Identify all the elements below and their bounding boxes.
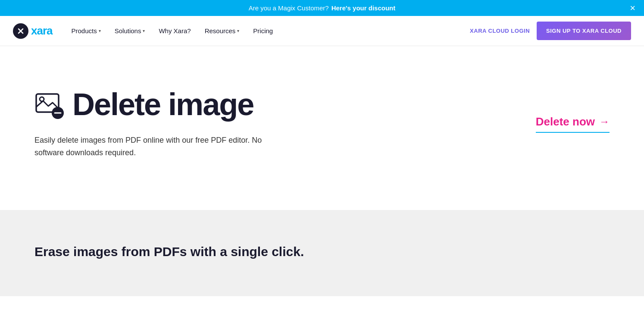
section-heading: Erase images from PDFs with a single cli… [34, 244, 336, 259]
hero-title: Delete image [72, 88, 253, 121]
delete-now-label: Delete now [536, 115, 595, 128]
navbar: xara Products ▾ Solutions ▾ Why Xara? Re… [0, 16, 644, 46]
banner-text-normal: Are you a Magix Customer? [249, 4, 329, 12]
hero-right: Delete now → [536, 115, 610, 133]
nav-label-resources: Resources [205, 27, 236, 34]
announcement-banner: Are you a Magix Customer? Here's your di… [0, 0, 644, 16]
chevron-down-icon: ▾ [99, 28, 101, 33]
delete-now-link[interactable]: Delete now → [536, 115, 610, 133]
chevron-down-icon: ▾ [143, 28, 145, 33]
gray-section: Erase images from PDFs with a single cli… [0, 210, 644, 296]
hero-title-row: Delete image [34, 88, 276, 121]
banner-close-button[interactable]: × [630, 3, 635, 13]
nav-label-products: Products [72, 27, 97, 34]
logo-link[interactable]: xara [13, 23, 53, 39]
nav-item-resources[interactable]: Resources ▾ [199, 24, 246, 38]
login-link[interactable]: XARA CLOUD LOGIN [470, 28, 530, 34]
hero-description: Easily delete images from PDF online wit… [34, 134, 276, 159]
nav-label-pricing: Pricing [253, 27, 273, 34]
nav-label-why-xara: Why Xara? [159, 27, 191, 34]
nav-item-products[interactable]: Products ▾ [66, 24, 107, 38]
nav-item-why-xara[interactable]: Why Xara? [153, 24, 197, 38]
delete-image-icon [34, 90, 65, 120]
nav-item-solutions[interactable]: Solutions ▾ [109, 24, 151, 38]
arrow-right-icon: → [599, 116, 610, 128]
banner-text-bold: Here's your discount [331, 4, 396, 12]
nav-item-pricing[interactable]: Pricing [247, 24, 279, 38]
nav-label-solutions: Solutions [115, 27, 141, 34]
nav-links: Products ▾ Solutions ▾ Why Xara? Resourc… [66, 24, 470, 38]
signup-button[interactable]: SIGN UP TO XARA CLOUD [537, 22, 631, 40]
logo-icon [13, 23, 28, 39]
logo-text: xara [31, 24, 53, 38]
hero-section: Delete image Easily delete images from P… [0, 46, 644, 210]
hero-left: Delete image Easily delete images from P… [34, 88, 276, 159]
nav-actions: XARA CLOUD LOGIN SIGN UP TO XARA CLOUD [470, 22, 631, 40]
chevron-down-icon: ▾ [237, 28, 239, 33]
